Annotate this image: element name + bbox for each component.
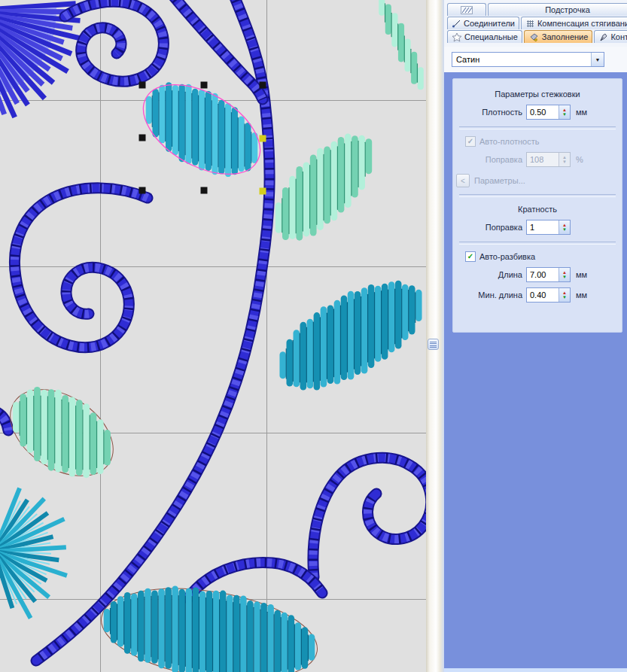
tab-compensation[interactable]: Компенсация стягивани [521,17,627,29]
adjustment-spinner: ▲▼ [559,153,570,166]
tab-label: Специальные [464,32,518,41]
separator [459,242,616,245]
min-length-label: Мин. длина [453,290,522,300]
section-title-multiplicity: Кратность [453,205,622,214]
multiplicity-input[interactable] [527,220,559,234]
adjustment-field: ▲▼ [526,152,571,167]
tab-special[interactable]: Специальные [447,30,522,43]
properties-tabs: Подстрочка Соединители Компенсация стяги… [444,0,627,47]
multiplicity-label: Поправка [453,223,522,232]
embroidery-app-window: Подстрочка Соединители Компенсация стяги… [0,0,627,672]
stitch-type-value: Сатин [452,55,591,64]
length-field: ▲▼ [526,267,571,282]
design-canvas[interactable] [0,0,426,672]
stitch-type-select[interactable]: Сатин ▼ [452,52,604,67]
multiplicity-spinner[interactable]: ▲▼ [559,220,570,234]
tab-fill[interactable]: Заполнение [524,30,593,43]
compensation-icon [525,20,535,28]
tab-label: Компенсация стягивани [537,19,627,28]
density-spinner[interactable]: ▲▼ [559,105,570,119]
panel-bottom-strip [444,668,627,672]
length-input[interactable] [527,268,559,281]
min-length-spinner[interactable]: ▲▼ [559,288,570,302]
panel-body: Параметры стежковки Плотность ▲▼ мм ✓ Ав… [444,72,627,668]
min-length-input[interactable] [527,288,559,302]
tab-underlay[interactable]: Подстрочка [488,3,627,16]
adjustment-unit: % [576,155,583,164]
splitter-grip-button[interactable] [428,339,439,350]
adjustment-label: Поправка [453,155,522,164]
auto-density-label: Авто-плотность [479,137,540,146]
section-title-stitch-params: Параметры стежковки [453,90,622,99]
density-label: Плотность [453,108,522,117]
panel-splitter[interactable] [426,0,444,672]
min-length-field: ▲▼ [526,287,571,303]
stitch-type-row: Сатин ▼ [444,47,627,73]
tab-label: Контур [610,32,627,41]
tab-outline[interactable]: Контур [594,30,627,43]
spin-down-icon[interactable]: ▼ [562,295,567,300]
tab-label: Соединители [464,19,515,28]
paint-bucket-icon [528,32,540,42]
min-length-unit: мм [576,290,587,300]
spin-down-icon: ▼ [562,160,567,164]
tab-underlay-icon-box[interactable] [447,3,486,16]
auto-split-checkbox[interactable]: ✓ [465,251,476,262]
spin-down-icon[interactable]: ▼ [562,112,567,117]
object-properties-panel: Подстрочка Соединители Компенсация стяги… [444,0,627,672]
spin-down-icon[interactable]: ▼ [562,227,567,232]
underlay-icon [461,6,473,14]
more-params-label: Параметры... [474,176,525,185]
multiplicity-field: ▲▼ [526,220,571,235]
dropdown-arrow-button[interactable]: ▼ [591,53,604,66]
length-label: Длина [453,270,522,279]
collapse-params-button: < [456,174,470,187]
density-field: ▲▼ [526,105,571,120]
satin-parameters-card: Параметры стежковки Плотность ▲▼ мм ✓ Ав… [452,78,622,333]
density-unit: мм [576,108,587,117]
embroidery-design [0,0,426,672]
density-input[interactable] [527,105,559,119]
separator [459,194,616,197]
spin-down-icon[interactable]: ▼ [562,275,567,279]
tab-connectors[interactable]: Соединители [447,17,519,29]
auto-split-label: Авто-разбивка [479,252,535,261]
connectors-icon [452,19,461,28]
tab-label: Подстрочка [545,5,590,14]
tab-label: Заполнение [542,32,589,41]
length-unit: мм [576,270,587,279]
pen-icon [598,32,608,42]
length-spinner[interactable]: ▲▼ [559,268,570,281]
star-icon [452,32,462,42]
auto-density-checkbox: ✓ [465,136,476,147]
adjustment-input [527,153,559,166]
separator [459,126,616,129]
